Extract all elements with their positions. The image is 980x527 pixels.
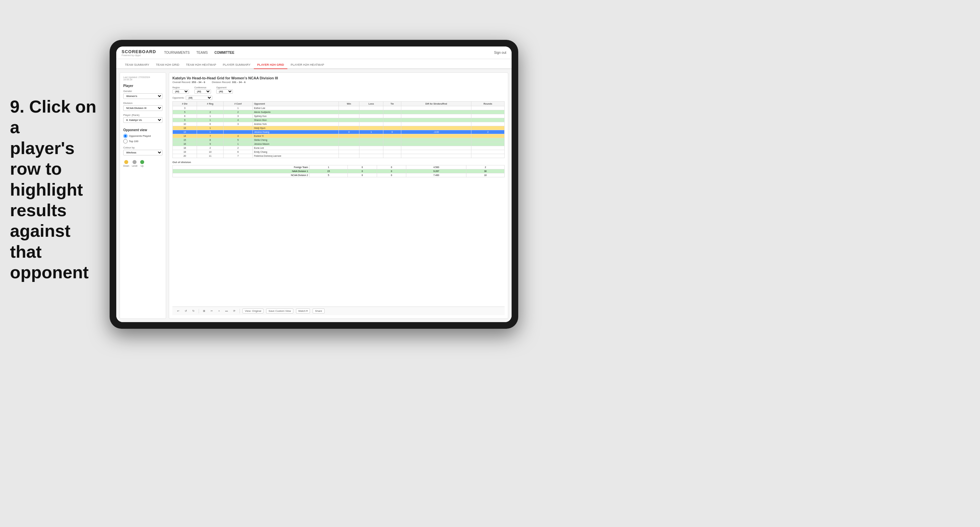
ood-row[interactable]: NCAA Division 25007.40010 bbox=[173, 173, 504, 177]
legend-down: Down bbox=[123, 160, 129, 167]
region-filter: Region (All) bbox=[172, 86, 189, 94]
h2h-grid-table: # Div # Reg # Conf Opponent Win Loss Tie… bbox=[172, 101, 504, 158]
table-row[interactable]: 1063Andrea York bbox=[173, 122, 504, 126]
annotation-line4: against that bbox=[10, 221, 70, 261]
legend: Down Level Up bbox=[123, 160, 162, 167]
annotation-line3: highlight results bbox=[10, 180, 83, 220]
nav-teams[interactable]: TEAMS bbox=[196, 49, 208, 56]
table-row[interactable]: 1691Jessica Mason bbox=[173, 142, 504, 146]
legend-level: Level bbox=[132, 160, 138, 167]
gender-select[interactable]: Women's bbox=[123, 93, 162, 99]
table-row[interactable]: 31Esther Lee bbox=[173, 106, 504, 110]
colour-by-select[interactable]: Win/loss bbox=[123, 150, 162, 156]
bottom-toolbar: ↩ ↺ ↻ ⊞ ✂ + ••• ⟳ View: Original Save Cu… bbox=[172, 306, 504, 315]
out-of-division-label: Out of division bbox=[172, 161, 504, 164]
watch-button[interactable]: Watch ▾ bbox=[296, 308, 310, 313]
table-row[interactable]: 20117Federica Domecq Lacroze bbox=[173, 154, 504, 158]
table-row[interactable]: 1822Euna Lee bbox=[173, 146, 504, 150]
logo-area: SCOREBOARD Powered by clippd bbox=[122, 49, 156, 56]
conference-filter: Conference (All) bbox=[194, 86, 211, 94]
opponents-select[interactable]: (All) bbox=[186, 96, 212, 100]
ood-row[interactable]: NAIA Division 115009.26730 bbox=[173, 169, 504, 173]
logo-text: SCOREBOARD bbox=[122, 49, 156, 54]
nav-bar: SCOREBOARD Powered by clippd TOURNAMENTS… bbox=[116, 46, 512, 59]
sign-out-button[interactable]: Sign out bbox=[494, 51, 506, 54]
table-row[interactable]: 613Sydney Kuo bbox=[173, 114, 504, 118]
ood-table: Foreign Team1004.5002NAIA Division 11500… bbox=[172, 165, 504, 177]
region-select[interactable]: (All) bbox=[172, 89, 189, 94]
conference-select[interactable]: (All) bbox=[194, 89, 211, 94]
tab-player-h2h-grid[interactable]: PLAYER H2H GRID bbox=[254, 61, 287, 69]
division-record-label: Division Record: 331 - 34 - 6 bbox=[212, 81, 245, 84]
division-label: Division bbox=[123, 102, 162, 105]
radio-opponents-played[interactable]: Opponents Played bbox=[123, 134, 162, 138]
col-div: # Div bbox=[173, 102, 197, 106]
player-select[interactable]: 8. Katelyn Vo bbox=[123, 117, 162, 123]
gender-label: Gender bbox=[123, 90, 162, 93]
sidebar: Last Updated: 27/03/2024 16:55:28 Player… bbox=[119, 72, 166, 319]
content-panel: Katelyn Vo Head-to-Head Grid for Women's… bbox=[169, 72, 508, 319]
opponent-select[interactable]: (All) bbox=[216, 89, 233, 94]
out-of-division: Out of division Foreign Team1004.5002NAI… bbox=[172, 161, 504, 177]
filter-row: Region (All) Conference (All) Opponent bbox=[172, 86, 504, 94]
annotation-number: 9. bbox=[10, 97, 24, 116]
tab-player-summary[interactable]: PLAYER SUMMARY bbox=[220, 61, 254, 69]
last-updated: Last Updated: 27/03/2024 16:55:28 bbox=[123, 76, 162, 81]
player-rank-label: Player (Rank) bbox=[123, 114, 162, 117]
colour-by: Colour by Win/loss bbox=[123, 146, 162, 158]
dot-level bbox=[132, 160, 137, 164]
grid-scroll[interactable]: # Div # Reg # Conf Opponent Win Loss Tie… bbox=[172, 101, 504, 306]
share-button[interactable]: Share bbox=[313, 308, 324, 313]
col-rounds: Rounds bbox=[471, 102, 504, 106]
panel-title: Katelyn Vo Head-to-Head Grid for Women's… bbox=[172, 76, 504, 80]
nav-links: TOURNAMENTS TEAMS COMMITTEE bbox=[164, 49, 494, 56]
tab-team-summary[interactable]: TEAM SUMMARY bbox=[122, 61, 153, 69]
table-row[interactable]: 914Sharon Mun bbox=[173, 118, 504, 122]
opponent-filter: Opponent (All) bbox=[216, 86, 233, 94]
colour-by-label: Colour by bbox=[123, 146, 162, 149]
legend-up: Up bbox=[140, 160, 144, 167]
opponent-view: Opponent view Opponents Played Top 100 bbox=[123, 128, 162, 143]
redo-forward-button[interactable]: ↻ bbox=[191, 309, 196, 313]
opponents-row: Opponents: (All) bbox=[172, 96, 504, 100]
tab-player-h2h-heatmap[interactable]: PLAYER H2H HEATMAP bbox=[287, 61, 328, 69]
radio-top100[interactable]: Top 100 bbox=[123, 139, 162, 143]
nav-tournaments[interactable]: TOURNAMENTS bbox=[164, 49, 190, 56]
player-section-title: Player bbox=[123, 84, 162, 88]
dot-down bbox=[124, 160, 128, 164]
logo-sub: Powered by clippd bbox=[122, 54, 156, 56]
more-button[interactable]: ••• bbox=[224, 309, 229, 313]
sub-nav: TEAM SUMMARY TEAM H2H GRID TEAM H2H HEAT… bbox=[116, 59, 512, 69]
table-row[interactable]: 131Jessica Huang010-3.002 bbox=[173, 130, 504, 134]
table-row[interactable]: 131Heeji Hyun bbox=[173, 126, 504, 130]
overall-record-label: Overall Record: 353 - 34 - 6 bbox=[172, 81, 205, 84]
opponent-view-title: Opponent view bbox=[123, 128, 162, 132]
nav-committee[interactable]: COMMITTEE bbox=[214, 49, 234, 56]
table-row[interactable]: 522Alexis Sudjianto bbox=[173, 110, 504, 114]
table-row[interactable]: 19106Emily Chang bbox=[173, 150, 504, 154]
col-reg: # Reg bbox=[197, 102, 224, 106]
tablet-frame: SCOREBOARD Powered by clippd TOURNAMENTS… bbox=[110, 40, 518, 329]
toolbar-sep1 bbox=[199, 309, 199, 313]
division-select[interactable]: NCAA Division III bbox=[123, 105, 162, 111]
col-diff: Diff Av Strokes/Rnd bbox=[401, 102, 471, 106]
grid-button[interactable]: ⊞ bbox=[202, 309, 207, 313]
col-conf: # Conf bbox=[224, 102, 253, 106]
cut-button[interactable]: ✂ bbox=[209, 309, 214, 313]
refresh-button[interactable]: ⟳ bbox=[232, 309, 237, 313]
col-loss: Loss bbox=[359, 102, 383, 106]
save-custom-view-button[interactable]: Save Custom View bbox=[266, 308, 293, 313]
ood-row[interactable]: Foreign Team1004.5002 bbox=[173, 165, 504, 169]
undo-button[interactable]: ↩ bbox=[176, 309, 181, 313]
tab-team-h2h-heatmap[interactable]: TEAM H2H HEATMAP bbox=[183, 61, 220, 69]
main-content: Last Updated: 27/03/2024 16:55:28 Player… bbox=[116, 69, 512, 322]
col-opponent: Opponent bbox=[253, 102, 339, 106]
table-row[interactable]: 1585Stella Cheng bbox=[173, 138, 504, 142]
add-button[interactable]: + bbox=[217, 309, 221, 313]
view-original-button[interactable]: View: Original bbox=[242, 308, 263, 313]
tablet-screen: SCOREBOARD Powered by clippd TOURNAMENTS… bbox=[116, 46, 512, 322]
table-row[interactable]: 1474Eunice Yi bbox=[173, 134, 504, 138]
annotation: 9. Click on a player's row to highlight … bbox=[10, 96, 106, 283]
tab-team-h2h-grid[interactable]: TEAM H2H GRID bbox=[153, 61, 183, 69]
redo-back-button[interactable]: ↺ bbox=[183, 309, 188, 313]
